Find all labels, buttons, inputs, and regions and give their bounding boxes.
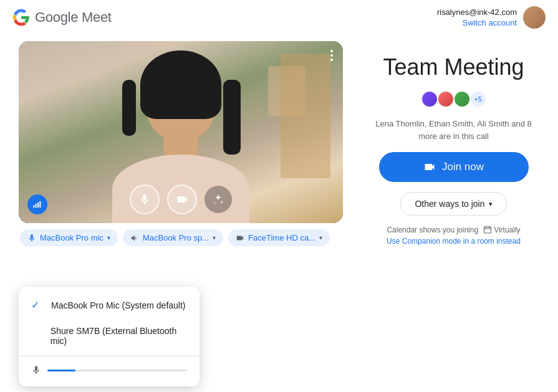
mic-chevron-icon: ▾ bbox=[107, 234, 110, 241]
calendar-section: Calendar shows you joining Virtually Use… bbox=[387, 226, 521, 246]
user-avatar[interactable] bbox=[523, 6, 546, 29]
header-left: Google Meet bbox=[12, 9, 112, 26]
effects-button[interactable] bbox=[204, 186, 232, 213]
other-ways-chevron-icon: ▾ bbox=[489, 200, 493, 208]
check-icon: ✓ bbox=[31, 299, 44, 311]
participant-avatar-1 bbox=[421, 90, 438, 108]
participant-avatar-3 bbox=[453, 90, 471, 108]
svg-rect-4 bbox=[484, 227, 491, 233]
svg-rect-2 bbox=[37, 203, 39, 208]
hair-top bbox=[140, 50, 221, 119]
other-ways-button[interactable]: Other ways to join ▾ bbox=[400, 192, 506, 216]
participants-row: +5 bbox=[421, 90, 487, 108]
mic-device-icon bbox=[27, 234, 36, 242]
google-logo-icon bbox=[12, 9, 30, 26]
app-name: Google Meet bbox=[35, 9, 112, 26]
mic-dropdown: ✓ MacBook Pro Mic (System default) Shure… bbox=[19, 287, 200, 386]
right-panel: Team Meeting +5 Lena Thomlin, Ethan Smit… bbox=[368, 41, 539, 246]
calendar-mode-text: Virtually bbox=[494, 226, 520, 234]
video-container bbox=[19, 41, 343, 223]
header: Google Meet risalynes@ink-42.com Switch … bbox=[0, 0, 558, 35]
other-ways-label: Other ways to join bbox=[415, 199, 484, 209]
participant-avatar-2 bbox=[437, 90, 455, 108]
video-menu-button[interactable] bbox=[330, 50, 333, 61]
camera-chevron-icon: ▾ bbox=[319, 234, 322, 241]
dropdown-item-2[interactable]: Shure SM7B (External Bluetooth mic) bbox=[19, 318, 200, 353]
sparkle-icon bbox=[212, 193, 224, 206]
mic-label: MacBook Pro mic bbox=[40, 233, 103, 242]
companion-mode-link[interactable]: Use Companion mode in a room instead bbox=[387, 237, 521, 246]
hair-left bbox=[122, 80, 136, 136]
join-now-button[interactable]: Join now bbox=[379, 152, 529, 182]
calendar-info-text: Calendar shows you joining bbox=[387, 226, 478, 234]
meeting-title: Team Meeting bbox=[383, 54, 524, 80]
dropdown-item-1[interactable]: ✓ MacBook Pro Mic (System default) bbox=[19, 292, 200, 318]
main-content: MacBook Pro mic ▾ MacBook Pro sp... ▾ Fa… bbox=[0, 41, 558, 246]
join-button-label: Join now bbox=[442, 161, 484, 173]
dot-2 bbox=[330, 54, 333, 57]
volume-indicator bbox=[27, 194, 47, 214]
mic-device-button[interactable]: MacBook Pro mic ▾ bbox=[20, 229, 118, 246]
speaker-label: MacBook Pro sp... bbox=[143, 233, 209, 242]
participants-text: Lena Thomlin, Ethan Smith, Ali Smith and… bbox=[368, 118, 539, 142]
camera-label: FaceTime HD ca... bbox=[248, 233, 315, 242]
speaker-device-icon bbox=[130, 234, 139, 242]
dropdown-divider bbox=[19, 356, 200, 356]
volume-bars-icon bbox=[32, 199, 42, 209]
account-email: risalynes@ink-42.com bbox=[437, 7, 517, 17]
account-info: risalynes@ink-42.com Switch account bbox=[437, 7, 517, 28]
video-section: MacBook Pro mic ▾ MacBook Pro sp... ▾ Fa… bbox=[19, 41, 343, 246]
dropdown-item-2-label: Shure SM7B (External Bluetooth mic) bbox=[51, 326, 187, 346]
mic-level-fill bbox=[47, 370, 75, 371]
calendar-mode-indicator: Virtually bbox=[483, 226, 520, 234]
header-right: risalynes@ink-42.com Switch account bbox=[437, 6, 546, 29]
calendar-icon bbox=[483, 226, 492, 234]
mic-level-row bbox=[19, 359, 200, 381]
mic-icon bbox=[138, 193, 151, 206]
participant-count-badge: +5 bbox=[469, 90, 487, 108]
switch-account-link[interactable]: Switch account bbox=[463, 18, 517, 27]
mic-toggle-button[interactable] bbox=[130, 184, 160, 214]
video-call-icon bbox=[423, 161, 436, 173]
camera-toggle-button[interactable] bbox=[167, 184, 197, 214]
dropdown-item-1-label: MacBook Pro Mic (System default) bbox=[51, 300, 186, 310]
dot-3 bbox=[330, 59, 333, 61]
camera-device-icon bbox=[236, 234, 244, 242]
calendar-info: Calendar shows you joining Virtually bbox=[387, 226, 520, 234]
device-bar: MacBook Pro mic ▾ MacBook Pro sp... ▾ Fa… bbox=[19, 229, 343, 246]
svg-rect-3 bbox=[39, 201, 41, 208]
camera-icon bbox=[176, 193, 188, 206]
video-controls bbox=[130, 184, 232, 214]
mic-level-icon bbox=[31, 365, 41, 375]
bg-window bbox=[281, 54, 330, 178]
avatar-image bbox=[523, 6, 546, 29]
speaker-device-button[interactable]: MacBook Pro sp... ▾ bbox=[123, 229, 223, 246]
speaker-chevron-icon: ▾ bbox=[213, 234, 216, 241]
neck bbox=[164, 133, 198, 158]
camera-device-button[interactable]: FaceTime HD ca... ▾ bbox=[228, 229, 330, 246]
svg-rect-0 bbox=[33, 205, 34, 208]
mic-level-bar bbox=[47, 370, 187, 371]
hair-right bbox=[223, 80, 241, 155]
svg-rect-1 bbox=[36, 204, 37, 208]
dot-1 bbox=[330, 50, 333, 52]
